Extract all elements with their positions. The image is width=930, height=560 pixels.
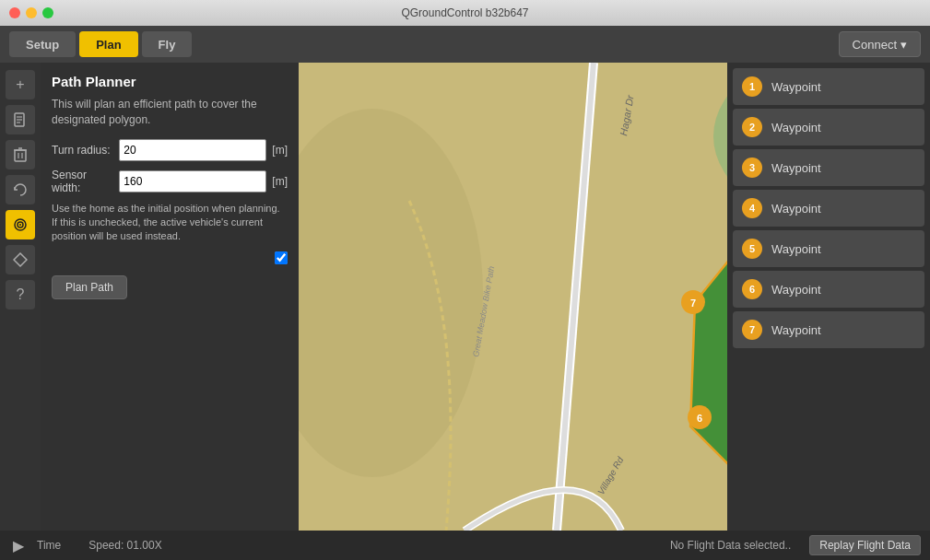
waypoint-label-5: Waypoint <box>771 242 821 256</box>
turn-radius-label: Turn radius: <box>52 144 113 157</box>
panel-description: This will plan an efficient path to cove… <box>52 97 288 128</box>
sensor-width-input[interactable] <box>119 170 266 192</box>
waypoint-number-5: 5 <box>742 239 762 259</box>
document-icon[interactable] <box>6 105 35 134</box>
no-flight-label: No Flight Data selected.. <box>670 539 791 552</box>
right-panel: 1 Waypoint 2 Waypoint 3 Waypoint 4 Waypo… <box>727 63 930 531</box>
turn-radius-unit: [m] <box>272 144 288 157</box>
left-panel: Path Planner This will plan an efficient… <box>41 63 299 531</box>
waypoint-row-7[interactable]: 7 Waypoint <box>733 311 924 348</box>
fly-nav-button[interactable]: Fly <box>142 31 193 57</box>
target-icon[interactable] <box>6 210 35 239</box>
waypoint-number-7: 7 <box>742 320 762 340</box>
bottom-bar: ▶ Time Speed: 01.00X No Flight Data sele… <box>0 531 930 560</box>
plan-path-button[interactable]: Plan Path <box>52 275 127 299</box>
speed-label: Speed: 01.00X <box>88 539 161 552</box>
panel-heading: Path Planner <box>52 74 288 89</box>
waypoint-label-1: Waypoint <box>771 80 821 94</box>
waypoint-row-2[interactable]: 2 Waypoint <box>733 109 924 146</box>
svg-point-11 <box>19 224 21 226</box>
diamond-icon[interactable] <box>6 245 35 274</box>
waypoint-label-4: Waypoint <box>771 202 821 216</box>
sensor-width-unit: [m] <box>272 175 288 188</box>
play-button[interactable]: ▶ <box>9 536 28 554</box>
waypoint-label-3: Waypoint <box>771 161 821 175</box>
map-svg: 1 2 3 4 5 6 7 Hagar Dr Coolidge Dr Villa… <box>299 63 727 531</box>
sync-icon[interactable] <box>6 175 35 204</box>
waypoint-row-1[interactable]: 1 Waypoint <box>733 68 924 105</box>
main-content: + <box>0 63 930 531</box>
use-home-checkbox[interactable] <box>275 251 288 264</box>
turn-radius-input[interactable] <box>119 139 266 161</box>
maximize-button[interactable] <box>42 7 53 18</box>
waypoint-row-6[interactable]: 6 Waypoint <box>733 271 924 308</box>
setup-nav-button[interactable]: Setup <box>9 31 76 57</box>
waypoint-number-3: 3 <box>742 158 762 178</box>
waypoint-row-3[interactable]: 3 Waypoint <box>733 149 924 186</box>
nav-bar: Setup Plan Fly Connect ▾ <box>0 26 930 63</box>
use-home-checkbox-row <box>52 251 288 264</box>
title-bar: QGroundControl b32b647 <box>0 0 930 26</box>
time-label: Time <box>37 539 61 552</box>
help-icon[interactable]: ? <box>6 280 35 309</box>
svg-rect-4 <box>15 150 26 161</box>
waypoint-number-1: 1 <box>742 76 762 97</box>
waypoint-row-4[interactable]: 4 Waypoint <box>733 190 924 227</box>
waypoint-number-4: 4 <box>742 198 762 218</box>
turn-radius-row: Turn radius: [m] <box>52 139 288 161</box>
waypoint-label-7: Waypoint <box>771 323 821 337</box>
close-button[interactable] <box>9 7 20 18</box>
window-buttons[interactable] <box>9 7 53 18</box>
chevron-down-icon: ▾ <box>901 38 907 52</box>
waypoint-label-2: Waypoint <box>771 121 821 134</box>
use-home-description: Use the home as the initial position whe… <box>52 202 288 244</box>
map-area[interactable]: 1 2 3 4 5 6 7 Hagar Dr Coolidge Dr Villa… <box>299 63 727 531</box>
sensor-width-label: Sensor width: <box>52 169 113 194</box>
svg-text:6: 6 <box>697 413 702 424</box>
sidebar-icons: + <box>0 63 41 531</box>
trash-icon[interactable] <box>6 140 35 169</box>
add-icon[interactable]: + <box>6 70 35 99</box>
sensor-width-row: Sensor width: [m] <box>52 169 288 194</box>
svg-text:7: 7 <box>690 298 696 309</box>
plan-nav-button[interactable]: Plan <box>79 31 137 57</box>
minimize-button[interactable] <box>26 7 37 18</box>
app-title: QGroundControl b32b647 <box>401 6 528 19</box>
replay-flight-button[interactable]: Replay Flight Data <box>809 535 921 555</box>
waypoint-label-6: Waypoint <box>771 283 821 297</box>
svg-marker-12 <box>14 253 27 266</box>
waypoint-number-2: 2 <box>742 117 762 137</box>
waypoint-row-5[interactable]: 5 Waypoint <box>733 230 924 267</box>
waypoint-number-6: 6 <box>742 279 762 299</box>
connect-button[interactable]: Connect ▾ <box>839 31 921 57</box>
